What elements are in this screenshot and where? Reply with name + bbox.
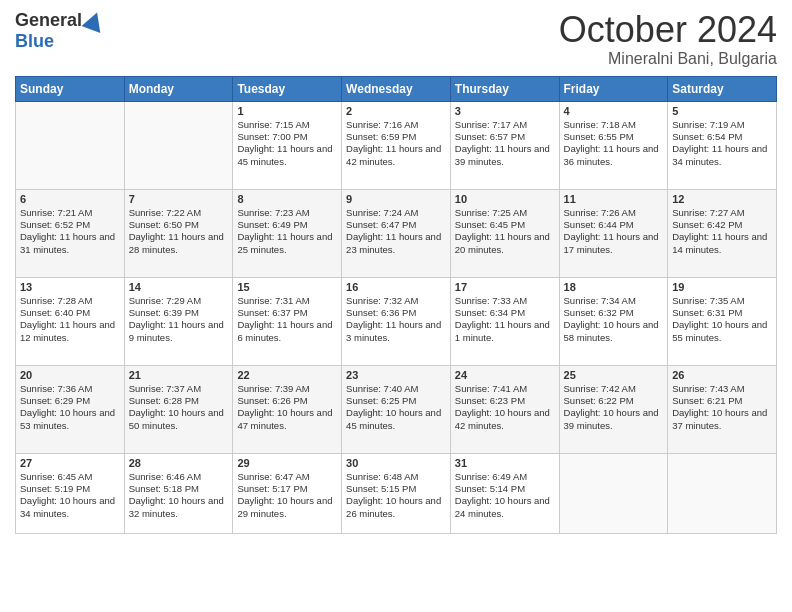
calendar-cell: 29Sunrise: 6:47 AMSunset: 5:17 PMDayligh… <box>233 453 342 533</box>
day-number: 21 <box>129 369 229 381</box>
page: General Blue October 2024 Mineralni Bani… <box>0 0 792 612</box>
calendar-cell: 20Sunrise: 7:36 AMSunset: 6:29 PMDayligh… <box>16 365 125 453</box>
day-number: 27 <box>20 457 120 469</box>
daylight-text: Daylight: 11 hours and 34 minutes. <box>672 143 772 168</box>
calendar-cell: 13Sunrise: 7:28 AMSunset: 6:40 PMDayligh… <box>16 277 125 365</box>
daylight-text: Daylight: 11 hours and 14 minutes. <box>672 231 772 256</box>
sunset-text: Sunset: 5:17 PM <box>237 483 337 495</box>
calendar-cell: 9Sunrise: 7:24 AMSunset: 6:47 PMDaylight… <box>342 189 451 277</box>
daylight-text: Daylight: 11 hours and 20 minutes. <box>455 231 555 256</box>
sunset-text: Sunset: 7:00 PM <box>237 131 337 143</box>
day-number: 20 <box>20 369 120 381</box>
daylight-text: Daylight: 10 hours and 50 minutes. <box>129 407 229 432</box>
logo-icon <box>82 9 107 33</box>
calendar-cell: 18Sunrise: 7:34 AMSunset: 6:32 PMDayligh… <box>559 277 668 365</box>
day-number: 13 <box>20 281 120 293</box>
calendar-week-3: 13Sunrise: 7:28 AMSunset: 6:40 PMDayligh… <box>16 277 777 365</box>
calendar-cell: 24Sunrise: 7:41 AMSunset: 6:23 PMDayligh… <box>450 365 559 453</box>
sunrise-text: Sunrise: 7:22 AM <box>129 207 229 219</box>
daylight-text: Daylight: 11 hours and 3 minutes. <box>346 319 446 344</box>
calendar-cell <box>668 453 777 533</box>
day-number: 3 <box>455 105 555 117</box>
calendar-header-row: SundayMondayTuesdayWednesdayThursdayFrid… <box>16 76 777 101</box>
calendar-cell: 2Sunrise: 7:16 AMSunset: 6:59 PMDaylight… <box>342 101 451 189</box>
sunset-text: Sunset: 6:45 PM <box>455 219 555 231</box>
daylight-text: Daylight: 10 hours and 39 minutes. <box>564 407 664 432</box>
calendar-cell: 28Sunrise: 6:46 AMSunset: 5:18 PMDayligh… <box>124 453 233 533</box>
sunrise-text: Sunrise: 7:37 AM <box>129 383 229 395</box>
day-header-wednesday: Wednesday <box>342 76 451 101</box>
calendar-cell: 16Sunrise: 7:32 AMSunset: 6:36 PMDayligh… <box>342 277 451 365</box>
sunset-text: Sunset: 6:42 PM <box>672 219 772 231</box>
daylight-text: Daylight: 11 hours and 17 minutes. <box>564 231 664 256</box>
day-header-sunday: Sunday <box>16 76 125 101</box>
daylight-text: Daylight: 10 hours and 37 minutes. <box>672 407 772 432</box>
calendar-cell: 10Sunrise: 7:25 AMSunset: 6:45 PMDayligh… <box>450 189 559 277</box>
day-number: 1 <box>237 105 337 117</box>
day-number: 9 <box>346 193 446 205</box>
daylight-text: Daylight: 11 hours and 28 minutes. <box>129 231 229 256</box>
day-number: 16 <box>346 281 446 293</box>
calendar-week-5: 27Sunrise: 6:45 AMSunset: 5:19 PMDayligh… <box>16 453 777 533</box>
sunrise-text: Sunrise: 7:26 AM <box>564 207 664 219</box>
sunrise-text: Sunrise: 6:47 AM <box>237 471 337 483</box>
daylight-text: Daylight: 11 hours and 6 minutes. <box>237 319 337 344</box>
daylight-text: Daylight: 10 hours and 45 minutes. <box>346 407 446 432</box>
sunset-text: Sunset: 6:57 PM <box>455 131 555 143</box>
sunrise-text: Sunrise: 7:42 AM <box>564 383 664 395</box>
daylight-text: Daylight: 11 hours and 1 minute. <box>455 319 555 344</box>
sunrise-text: Sunrise: 7:15 AM <box>237 119 337 131</box>
daylight-text: Daylight: 10 hours and 42 minutes. <box>455 407 555 432</box>
sunset-text: Sunset: 6:37 PM <box>237 307 337 319</box>
day-number: 31 <box>455 457 555 469</box>
sunset-text: Sunset: 6:52 PM <box>20 219 120 231</box>
calendar-cell <box>559 453 668 533</box>
day-number: 11 <box>564 193 664 205</box>
sunrise-text: Sunrise: 7:31 AM <box>237 295 337 307</box>
sunset-text: Sunset: 6:40 PM <box>20 307 120 319</box>
daylight-text: Daylight: 11 hours and 12 minutes. <box>20 319 120 344</box>
title-area: October 2024 Mineralni Bani, Bulgaria <box>559 10 777 68</box>
sunset-text: Sunset: 6:59 PM <box>346 131 446 143</box>
sunset-text: Sunset: 6:26 PM <box>237 395 337 407</box>
day-number: 6 <box>20 193 120 205</box>
sunrise-text: Sunrise: 7:16 AM <box>346 119 446 131</box>
day-header-saturday: Saturday <box>668 76 777 101</box>
sunset-text: Sunset: 6:29 PM <box>20 395 120 407</box>
sunrise-text: Sunrise: 7:18 AM <box>564 119 664 131</box>
day-number: 4 <box>564 105 664 117</box>
sunset-text: Sunset: 6:25 PM <box>346 395 446 407</box>
sunrise-text: Sunrise: 7:21 AM <box>20 207 120 219</box>
daylight-text: Daylight: 11 hours and 45 minutes. <box>237 143 337 168</box>
daylight-text: Daylight: 10 hours and 29 minutes. <box>237 495 337 520</box>
calendar-week-2: 6Sunrise: 7:21 AMSunset: 6:52 PMDaylight… <box>16 189 777 277</box>
sunrise-text: Sunrise: 7:43 AM <box>672 383 772 395</box>
daylight-text: Daylight: 10 hours and 47 minutes. <box>237 407 337 432</box>
sunset-text: Sunset: 5:18 PM <box>129 483 229 495</box>
daylight-text: Daylight: 11 hours and 9 minutes. <box>129 319 229 344</box>
day-header-friday: Friday <box>559 76 668 101</box>
calendar-week-1: 1Sunrise: 7:15 AMSunset: 7:00 PMDaylight… <box>16 101 777 189</box>
sunrise-text: Sunrise: 7:36 AM <box>20 383 120 395</box>
sunrise-text: Sunrise: 7:40 AM <box>346 383 446 395</box>
sunset-text: Sunset: 6:21 PM <box>672 395 772 407</box>
calendar-cell: 23Sunrise: 7:40 AMSunset: 6:25 PMDayligh… <box>342 365 451 453</box>
calendar-cell: 21Sunrise: 7:37 AMSunset: 6:28 PMDayligh… <box>124 365 233 453</box>
header: General Blue October 2024 Mineralni Bani… <box>15 10 777 68</box>
daylight-text: Daylight: 10 hours and 58 minutes. <box>564 319 664 344</box>
sunset-text: Sunset: 5:14 PM <box>455 483 555 495</box>
sunrise-text: Sunrise: 7:23 AM <box>237 207 337 219</box>
calendar-cell: 31Sunrise: 6:49 AMSunset: 5:14 PMDayligh… <box>450 453 559 533</box>
sunrise-text: Sunrise: 7:24 AM <box>346 207 446 219</box>
daylight-text: Daylight: 11 hours and 25 minutes. <box>237 231 337 256</box>
calendar-cell: 25Sunrise: 7:42 AMSunset: 6:22 PMDayligh… <box>559 365 668 453</box>
daylight-text: Daylight: 10 hours and 55 minutes. <box>672 319 772 344</box>
daylight-text: Daylight: 10 hours and 32 minutes. <box>129 495 229 520</box>
calendar-week-4: 20Sunrise: 7:36 AMSunset: 6:29 PMDayligh… <box>16 365 777 453</box>
day-number: 23 <box>346 369 446 381</box>
day-number: 7 <box>129 193 229 205</box>
calendar-cell: 14Sunrise: 7:29 AMSunset: 6:39 PMDayligh… <box>124 277 233 365</box>
day-header-thursday: Thursday <box>450 76 559 101</box>
daylight-text: Daylight: 11 hours and 42 minutes. <box>346 143 446 168</box>
sunset-text: Sunset: 6:54 PM <box>672 131 772 143</box>
